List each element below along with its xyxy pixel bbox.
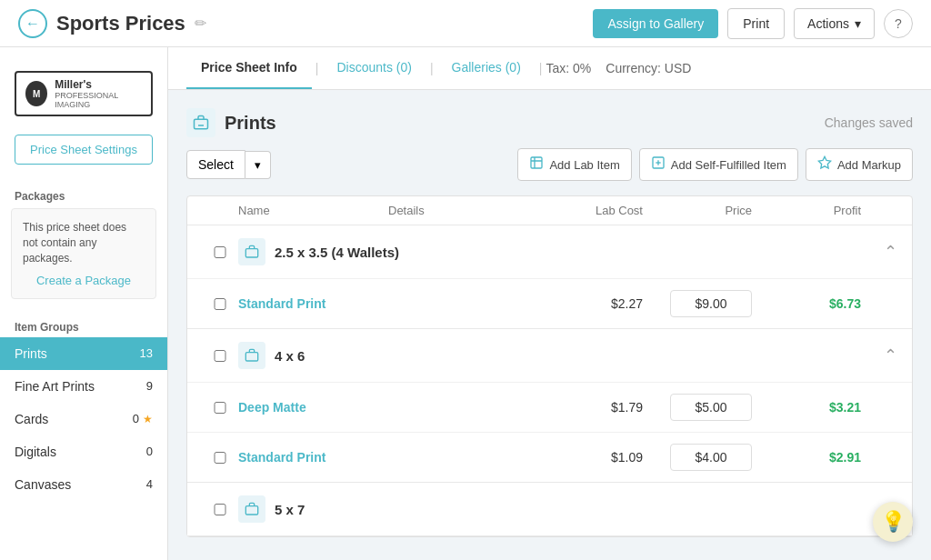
section-header: Prints Changes saved: [186, 108, 913, 137]
header: ← Sports Prices ✏ Assign to Gallery Prin…: [0, 0, 931, 47]
group-name: 4 x 6: [275, 348, 861, 364]
sidebar-item-fine-art-prints[interactable]: Fine Art Prints9: [0, 370, 167, 403]
select-wrap: Select ▾: [186, 150, 271, 179]
group-checkbox[interactable]: [202, 350, 238, 362]
lightbulb-fab[interactable]: 💡: [873, 502, 913, 542]
content-area: Prints Changes saved Select ▾: [168, 90, 931, 555]
tab-discounts[interactable]: Discounts (0): [322, 47, 425, 89]
nav-item-badge: 0: [146, 445, 153, 458]
product-group: 5 x 7⌄: [187, 483, 912, 536]
product-price-input[interactable]: [670, 394, 752, 421]
product-row: Standard Print$2.27$6.73: [187, 278, 912, 328]
header-left: ← Sports Prices ✏: [18, 9, 206, 38]
product-row: Standard Print$1.09$2.91: [187, 432, 912, 482]
nav-item-badge: 13: [140, 346, 153, 360]
add-markup-button[interactable]: Add Markup: [806, 148, 913, 181]
edit-title-icon[interactable]: ✏: [195, 15, 206, 32]
logo-box: M Miller's PROFESSIONAL IMAGING: [15, 71, 153, 116]
product-checkbox[interactable]: [202, 402, 238, 414]
product-price-input[interactable]: [670, 290, 752, 317]
group-header: 5 x 7⌄: [187, 483, 912, 535]
chevron-down-icon: ▾: [855, 16, 861, 31]
col-checkbox: [202, 204, 238, 217]
price-sheet-settings-button[interactable]: Price Sheet Settings: [15, 135, 153, 165]
group-checkbox[interactable]: [202, 504, 238, 515]
add-lab-item-label: Add Lab Item: [549, 158, 619, 172]
packages-empty-text: This price sheet does not contain any pa…: [23, 220, 145, 265]
product-price-wrap: [643, 394, 752, 421]
create-package-link[interactable]: Create a Package: [23, 274, 145, 287]
group-header: 2.5 x 3.5 (4 Wallets)⌃: [187, 225, 912, 278]
col-actions-header: [861, 204, 897, 217]
add-self-fulfilled-button[interactable]: Add Self-Fulfilled Item: [639, 148, 798, 181]
packages-section-label: Packages: [0, 183, 167, 208]
sidebar-item-canvases[interactable]: Canvases4: [0, 468, 167, 501]
add-self-fulfilled-icon: [651, 155, 666, 174]
product-price-wrap: [643, 290, 752, 317]
col-lab-cost-header: Lab Cost: [534, 204, 643, 217]
product-group: 2.5 x 3.5 (4 Wallets)⌃Standard Print$2.2…: [187, 225, 912, 329]
section-title-text: Prints: [225, 113, 276, 134]
group-icon: [238, 495, 265, 523]
logo-name: Miller's: [55, 78, 142, 91]
col-price-header: Price: [643, 204, 752, 217]
print-button[interactable]: Print: [727, 8, 785, 39]
nav-item-label: Digitals: [15, 445, 56, 459]
add-lab-item-icon: [529, 155, 544, 174]
col-details-header: Details: [388, 204, 534, 217]
caret-icon: ▾: [255, 158, 261, 172]
help-button[interactable]: ?: [884, 9, 913, 38]
sidebar-item-digitals[interactable]: Digitals0: [0, 435, 167, 468]
sidebar-item-cards[interactable]: Cards0★: [0, 403, 167, 435]
product-checkbox[interactable]: [202, 452, 238, 464]
svg-rect-7: [245, 506, 257, 515]
product-price-input[interactable]: [670, 444, 752, 471]
product-group: 4 x 6⌃Deep Matte$1.79$3.21Standard Print…: [187, 329, 912, 483]
nav-item-badge: 0★: [133, 412, 153, 425]
add-lab-item-button[interactable]: Add Lab Item: [517, 148, 631, 181]
svg-rect-0: [195, 119, 208, 129]
actions-button[interactable]: Actions ▾: [794, 8, 875, 39]
group-checkbox[interactable]: [202, 246, 238, 258]
product-name: Deep Matte: [238, 400, 388, 415]
nav-item-label: Canvases: [15, 477, 71, 492]
group-name: 2.5 x 3.5 (4 Wallets): [275, 245, 861, 260]
back-button[interactable]: ←: [18, 9, 47, 38]
prints-icon: [186, 108, 215, 137]
product-checkbox[interactable]: [202, 298, 238, 310]
nav-item-label: Prints: [15, 346, 47, 361]
actions-label: Actions: [807, 16, 849, 31]
tab-galleries[interactable]: Galleries (0): [437, 47, 536, 89]
collapse-button[interactable]: ⌃: [884, 345, 897, 365]
group-name: 5 x 7: [275, 502, 861, 517]
tab-sep-3: |: [536, 61, 546, 75]
col-profit-header: Profit: [752, 204, 861, 217]
logo-area: M Miller's PROFESSIONAL IMAGING: [0, 62, 167, 135]
star-icon: ★: [143, 413, 153, 425]
tab-sep-1: |: [312, 61, 323, 75]
product-profit: $3.21: [752, 400, 861, 415]
collapse-button[interactable]: ⌃: [884, 242, 897, 262]
product-name: Standard Print: [238, 450, 388, 465]
tab-sep-2: |: [426, 61, 437, 75]
tab-price-sheet-info[interactable]: Price Sheet Info: [186, 47, 312, 89]
currency-info: Currency: USD: [606, 48, 691, 88]
nav-item-badge: 4: [146, 477, 153, 491]
select-button[interactable]: Select: [186, 150, 245, 179]
logo-sub: PROFESSIONAL IMAGING: [55, 91, 142, 109]
nav-item-label: Cards: [15, 412, 48, 426]
nav-items-container: Prints13Fine Art Prints9Cards0★Digitals0…: [0, 337, 167, 501]
select-caret-button[interactable]: ▾: [245, 151, 271, 179]
logo-icon: M: [25, 81, 47, 106]
product-profit: $6.73: [752, 296, 861, 311]
nav-item-badge: 9: [146, 379, 153, 393]
changes-saved-label: Changes saved: [825, 115, 913, 130]
page-title: Sports Prices: [56, 12, 185, 35]
header-right: Assign to Gallery Print Actions ▾ ?: [593, 8, 913, 39]
sidebar-item-prints[interactable]: Prints13: [0, 337, 167, 370]
col-name-header: Name: [238, 204, 388, 217]
assign-to-gallery-button[interactable]: Assign to Gallery: [593, 9, 718, 38]
product-profit: $2.91: [752, 450, 861, 465]
product-lab-cost: $2.27: [534, 296, 643, 311]
svg-rect-6: [245, 353, 257, 361]
